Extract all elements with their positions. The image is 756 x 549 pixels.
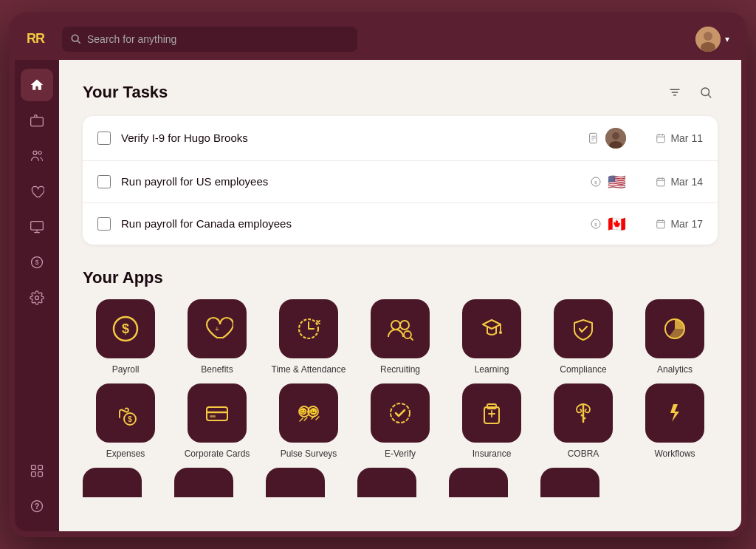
svg-rect-5 [31,117,44,126]
document-icon [588,132,599,144]
task-checkbox-3[interactable] [97,217,111,231]
app-e-verify-label: E-Verify [385,449,416,459]
app-cobra[interactable]: COBRA [540,383,626,459]
e-verify-icon-box [371,383,430,443]
app-analytics[interactable]: Analytics [632,299,718,375]
sidebar-item-apps[interactable] [21,454,53,487]
task-icons-3: $ 🇨🇦 [590,215,626,233]
app-partial-7 [632,468,718,497]
sidebar-item-monitor[interactable] [21,211,53,243]
time-attendance-icon-box [279,299,338,358]
svg-line-1 [78,41,80,43]
svg-text:+: + [215,325,219,333]
apps-section: Your Apps $ Payroll [83,268,718,497]
sidebar-item-people[interactable] [21,140,53,172]
tasks-section-header: Your Tasks [83,81,718,104]
apps-row-1: $ Payroll + Benefits [83,299,718,375]
content-area: Your Tasks Verify I-9 for Hugo Brooks [59,60,741,531]
expenses-icon-box: $ [96,383,155,443]
app-insurance[interactable]: Insurance [449,383,535,459]
app-learning[interactable]: Learning [449,299,535,375]
app-expenses[interactable]: $ Expenses [83,383,168,459]
task-date-1: Mar 11 [636,132,703,144]
app-partial-5 [449,468,535,497]
svg-rect-8 [31,221,44,230]
dollar-circle-icon: $ [590,218,602,230]
svg-point-76 [581,414,583,416]
app-corporate-cards[interactable]: Corporate Cards [174,383,260,459]
svg-rect-38 [657,178,665,186]
svg-rect-32 [657,134,665,143]
app-corporate-cards-label: Corporate Cards [185,449,250,459]
sidebar-item-settings[interactable] [21,282,53,314]
recruiting-icon-box [371,299,430,358]
sidebar-item-benefits[interactable] [21,175,53,208]
svg-point-30 [612,132,619,140]
workflows-icon-box [645,383,704,443]
task-label-2: Run payroll for US employees [121,175,580,188]
app-insurance-label: Insurance [472,449,512,459]
top-bar: RR ▾ [15,18,741,60]
svg-text:?: ? [35,502,40,511]
svg-rect-44 [657,220,665,228]
tasks-title: Your Tasks [83,83,168,102]
apps-title: Your Apps [83,268,718,287]
sidebar-item-jobs[interactable] [21,104,53,137]
sidebar-item-home[interactable] [21,69,53,101]
search-tasks-icon[interactable] [694,81,718,104]
svg-point-7 [38,151,41,154]
apps-row-3-partial [83,468,718,497]
app-cobra-label: COBRA [568,449,599,459]
app-compliance[interactable]: Compliance [540,299,626,375]
svg-point-13 [35,296,39,299]
app-payroll-label: Payroll [112,364,140,375]
task-date-3: Mar 17 [636,218,703,230]
pulse-surveys-icon-box: 😊 😐 [279,383,338,443]
svg-rect-15 [38,465,43,469]
app-pulse-surveys-label: Pulse Surveys [281,449,337,459]
calendar-icon [656,177,666,187]
search-bar[interactable] [62,27,357,52]
svg-point-70 [391,403,410,423]
app-workflows-label: Workflows [654,449,695,459]
app-partial-3 [266,468,351,497]
learning-icon-box [462,299,521,358]
app-payroll[interactable]: $ Payroll [83,299,168,375]
insurance-icon-box [462,383,521,443]
app-pulse-surveys[interactable]: 😊 😐 Pulse Surveys [266,383,351,459]
svg-rect-65 [210,415,216,417]
sidebar-item-help[interactable]: ? [21,490,53,522]
tasks-list: Verify I-9 for Hugo Brooks Mar 11 [83,116,718,245]
task-checkbox-2[interactable] [97,175,111,188]
task-date-2: Mar 14 [636,176,703,188]
app-recruiting-label: Recruiting [380,364,420,375]
app-compliance-label: Compliance [560,364,606,375]
svg-text:😊: 😊 [299,407,308,416]
main-area: $ ? Your Tasks [15,60,741,531]
table-row: Run payroll for Canada employees $ 🇨🇦 Ma… [83,203,718,245]
svg-point-54 [391,321,400,330]
dollar-circle-icon: $ [590,176,602,188]
device-frame: RR ▾ [9,13,747,537]
svg-rect-63 [207,407,227,420]
sidebar-item-payroll[interactable]: $ [21,246,53,279]
app-workflows[interactable]: Workflows [632,383,718,459]
filter-icon[interactable] [663,81,687,104]
apps-row-2: $ Expenses Corpora [83,383,718,459]
app-time-attendance[interactable]: Time & Attendance [266,299,351,375]
analytics-icon-box [645,299,704,358]
benefits-icon-box: + [188,299,247,358]
avatar [695,27,721,52]
task-date-text-2: Mar 14 [670,176,703,188]
task-checkbox-1[interactable] [97,132,111,145]
user-avatar-wrap[interactable]: ▾ [695,27,729,52]
app-e-verify[interactable]: E-Verify [357,383,443,459]
app-recruiting[interactable]: Recruiting [357,299,443,375]
task-avatar-1 [605,128,626,149]
sidebar: $ ? [15,60,59,531]
svg-point-6 [33,151,37,154]
svg-text:$: $ [35,259,38,266]
search-input[interactable] [87,33,348,45]
app-benefits[interactable]: + Benefits [174,299,260,375]
logo: RR [27,31,53,47]
